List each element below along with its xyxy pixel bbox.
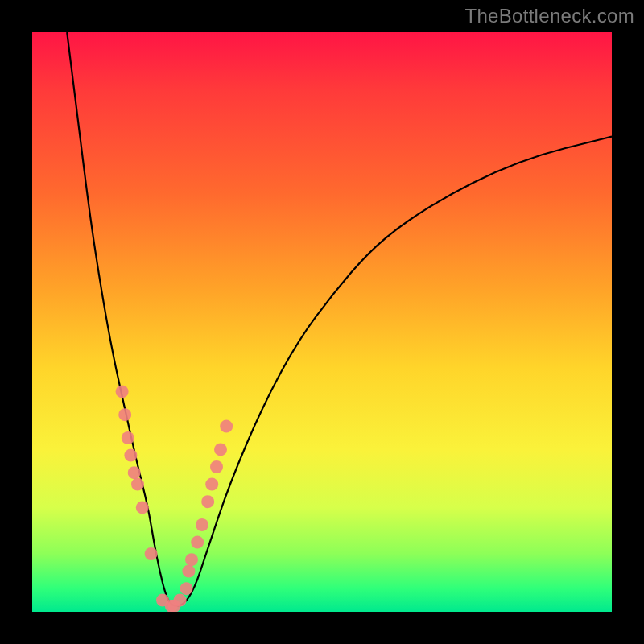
scatter-dot <box>136 501 149 514</box>
scatter-dot <box>128 466 141 479</box>
v-curve <box>67 32 612 606</box>
scatter-dot <box>116 385 129 398</box>
scatter-dot <box>174 594 187 607</box>
scatter-dot <box>196 518 208 531</box>
scatter-dot <box>201 495 214 508</box>
scatter-dot <box>205 478 218 491</box>
scatter-dot <box>145 547 158 560</box>
scatter-dot <box>122 431 134 444</box>
scatter-dot <box>131 478 144 491</box>
scatter-dot <box>220 420 233 433</box>
chart-plot-area <box>32 32 612 612</box>
scatter-dot <box>124 449 137 462</box>
scatter-dot <box>185 553 198 566</box>
scatter-dot <box>214 443 227 456</box>
chart-frame: TheBottleneck.com <box>0 0 644 644</box>
scatter-dot <box>182 565 195 578</box>
scatter-dot <box>210 460 223 473</box>
scatter-dots <box>116 385 233 612</box>
scatter-dot <box>180 582 193 595</box>
scatter-dot <box>118 408 131 421</box>
chart-svg <box>32 32 612 612</box>
scatter-dot <box>191 536 204 549</box>
watermark: TheBottleneck.com <box>464 5 634 27</box>
